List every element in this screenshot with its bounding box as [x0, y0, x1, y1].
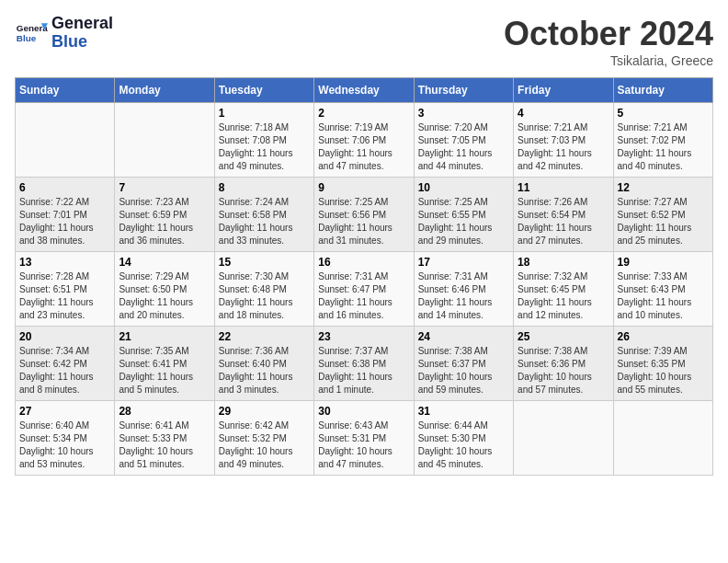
calendar-cell: 21Sunrise: 7:35 AMSunset: 6:41 PMDayligh… [115, 327, 214, 401]
logo-blue: Blue [51, 33, 113, 52]
weekday-header: Tuesday [214, 78, 313, 103]
day-number: 16 [318, 256, 409, 269]
day-info: Sunrise: 7:34 AMSunset: 6:42 PMDaylight:… [19, 345, 110, 396]
calendar-cell: 16Sunrise: 7:31 AMSunset: 6:47 PMDayligh… [314, 252, 414, 327]
calendar-week-row: 27Sunrise: 6:40 AMSunset: 5:34 PMDayligh… [16, 401, 713, 476]
day-info: Sunrise: 7:27 AMSunset: 6:52 PMDaylight:… [618, 196, 709, 247]
calendar-week-row: 20Sunrise: 7:34 AMSunset: 6:42 PMDayligh… [16, 327, 713, 401]
day-info: Sunrise: 6:40 AMSunset: 5:34 PMDaylight:… [19, 419, 110, 471]
calendar-cell: 31Sunrise: 6:44 AMSunset: 5:30 PMDayligh… [414, 401, 513, 476]
day-number: 1 [219, 107, 310, 120]
day-info: Sunrise: 7:21 AMSunset: 7:02 PMDaylight:… [618, 121, 709, 173]
day-number: 31 [418, 405, 509, 418]
day-info: Sunrise: 7:19 AMSunset: 7:06 PMDaylight:… [318, 121, 409, 173]
day-number: 14 [119, 256, 210, 269]
calendar-cell: 7Sunrise: 7:23 AMSunset: 6:59 PMDaylight… [115, 178, 214, 252]
calendar-cell: 23Sunrise: 7:37 AMSunset: 6:38 PMDayligh… [314, 327, 414, 401]
day-info: Sunrise: 7:23 AMSunset: 6:59 PMDaylight:… [119, 196, 210, 247]
calendar-cell: 24Sunrise: 7:38 AMSunset: 6:37 PMDayligh… [414, 327, 513, 401]
calendar-cell: 12Sunrise: 7:27 AMSunset: 6:52 PMDayligh… [613, 178, 712, 252]
day-number: 9 [318, 181, 409, 194]
day-info: Sunrise: 7:33 AMSunset: 6:43 PMDaylight:… [618, 270, 709, 322]
day-number: 7 [119, 181, 210, 194]
calendar-cell: 9Sunrise: 7:25 AMSunset: 6:56 PMDaylight… [314, 178, 414, 252]
calendar-cell [613, 401, 712, 476]
day-number: 5 [618, 107, 709, 120]
svg-text:Blue: Blue [17, 33, 37, 43]
day-info: Sunrise: 7:38 AMSunset: 6:37 PMDaylight:… [418, 345, 509, 396]
calendar-cell: 3Sunrise: 7:20 AMSunset: 7:05 PMDaylight… [414, 103, 513, 178]
day-number: 19 [618, 256, 709, 269]
weekday-header: Friday [514, 78, 613, 103]
location: Tsikalaria, Greece [504, 53, 713, 68]
day-info: Sunrise: 7:31 AMSunset: 6:47 PMDaylight:… [318, 270, 409, 322]
day-number: 27 [19, 405, 110, 418]
day-info: Sunrise: 7:18 AMSunset: 7:08 PMDaylight:… [219, 121, 310, 173]
calendar-cell: 6Sunrise: 7:22 AMSunset: 7:01 PMDaylight… [16, 178, 115, 252]
day-info: Sunrise: 7:37 AMSunset: 6:38 PMDaylight:… [318, 345, 409, 396]
day-number: 21 [119, 330, 210, 343]
day-number: 2 [318, 107, 409, 120]
day-info: Sunrise: 7:28 AMSunset: 6:51 PMDaylight:… [19, 270, 110, 322]
day-info: Sunrise: 7:26 AMSunset: 6:54 PMDaylight:… [518, 196, 609, 247]
day-info: Sunrise: 7:36 AMSunset: 6:40 PMDaylight:… [219, 345, 310, 396]
day-number: 28 [119, 405, 210, 418]
calendar-cell: 1Sunrise: 7:18 AMSunset: 7:08 PMDaylight… [214, 103, 313, 178]
day-info: Sunrise: 6:41 AMSunset: 5:33 PMDaylight:… [119, 419, 210, 471]
calendar-cell: 17Sunrise: 7:31 AMSunset: 6:46 PMDayligh… [414, 252, 513, 327]
day-info: Sunrise: 7:38 AMSunset: 6:36 PMDaylight:… [518, 345, 609, 396]
day-number: 12 [618, 181, 709, 194]
day-number: 29 [219, 405, 310, 418]
day-info: Sunrise: 7:30 AMSunset: 6:48 PMDaylight:… [219, 270, 310, 322]
day-info: Sunrise: 7:20 AMSunset: 7:05 PMDaylight:… [418, 121, 509, 173]
weekday-header: Monday [115, 78, 214, 103]
day-info: Sunrise: 7:29 AMSunset: 6:50 PMDaylight:… [119, 270, 210, 322]
day-number: 23 [318, 330, 409, 343]
day-number: 10 [418, 181, 509, 194]
calendar-cell: 20Sunrise: 7:34 AMSunset: 6:42 PMDayligh… [16, 327, 115, 401]
calendar-cell [514, 401, 613, 476]
day-info: Sunrise: 7:35 AMSunset: 6:41 PMDaylight:… [119, 345, 210, 396]
calendar-cell: 14Sunrise: 7:29 AMSunset: 6:50 PMDayligh… [115, 252, 214, 327]
weekday-header: Saturday [613, 78, 712, 103]
day-number: 3 [418, 107, 509, 120]
calendar-cell: 22Sunrise: 7:36 AMSunset: 6:40 PMDayligh… [214, 327, 313, 401]
calendar-cell: 13Sunrise: 7:28 AMSunset: 6:51 PMDayligh… [16, 252, 115, 327]
calendar-cell [115, 103, 214, 178]
calendar-cell: 15Sunrise: 7:30 AMSunset: 6:48 PMDayligh… [214, 252, 313, 327]
calendar-cell: 26Sunrise: 7:39 AMSunset: 6:35 PMDayligh… [613, 327, 712, 401]
day-number: 6 [19, 181, 110, 194]
calendar-week-row: 6Sunrise: 7:22 AMSunset: 7:01 PMDaylight… [16, 178, 713, 252]
calendar-cell: 27Sunrise: 6:40 AMSunset: 5:34 PMDayligh… [16, 401, 115, 476]
calendar-table: SundayMondayTuesdayWednesdayThursdayFrid… [15, 77, 713, 476]
page-header: General Blue General Blue October 2024 T… [15, 15, 713, 68]
weekday-header: Wednesday [314, 78, 414, 103]
day-number: 30 [318, 405, 409, 418]
calendar-cell: 11Sunrise: 7:26 AMSunset: 6:54 PMDayligh… [514, 178, 613, 252]
logo: General Blue General Blue [15, 15, 113, 52]
day-number: 4 [518, 107, 609, 120]
day-number: 25 [518, 330, 609, 343]
day-number: 11 [518, 181, 609, 194]
day-number: 17 [418, 256, 509, 269]
day-number: 8 [219, 181, 310, 194]
calendar-cell [16, 103, 115, 178]
calendar-week-row: 13Sunrise: 7:28 AMSunset: 6:51 PMDayligh… [16, 252, 713, 327]
day-info: Sunrise: 7:22 AMSunset: 7:01 PMDaylight:… [19, 196, 110, 247]
calendar-cell: 4Sunrise: 7:21 AMSunset: 7:03 PMDaylight… [514, 103, 613, 178]
title-section: October 2024 Tsikalaria, Greece [504, 15, 713, 68]
day-number: 22 [219, 330, 310, 343]
day-number: 13 [19, 256, 110, 269]
day-info: Sunrise: 7:24 AMSunset: 6:58 PMDaylight:… [219, 196, 310, 247]
calendar-header-row: SundayMondayTuesdayWednesdayThursdayFrid… [16, 78, 713, 103]
day-info: Sunrise: 6:44 AMSunset: 5:30 PMDaylight:… [418, 419, 509, 471]
weekday-header: Thursday [414, 78, 513, 103]
day-info: Sunrise: 6:43 AMSunset: 5:31 PMDaylight:… [318, 419, 409, 471]
day-info: Sunrise: 7:31 AMSunset: 6:46 PMDaylight:… [418, 270, 509, 322]
logo-icon: General Blue [15, 17, 48, 50]
day-info: Sunrise: 7:21 AMSunset: 7:03 PMDaylight:… [518, 121, 609, 173]
calendar-cell: 10Sunrise: 7:25 AMSunset: 6:55 PMDayligh… [414, 178, 513, 252]
logo-general: General [51, 15, 113, 33]
calendar-cell: 25Sunrise: 7:38 AMSunset: 6:36 PMDayligh… [514, 327, 613, 401]
weekday-header: Sunday [16, 78, 115, 103]
